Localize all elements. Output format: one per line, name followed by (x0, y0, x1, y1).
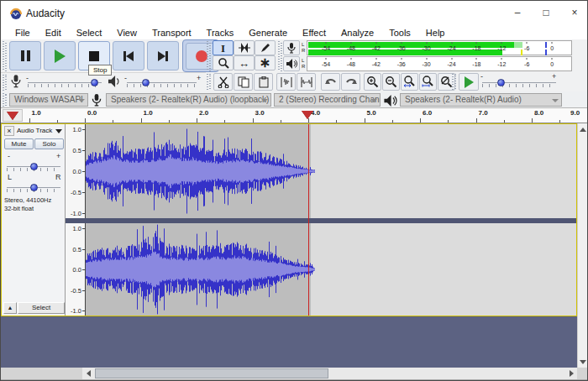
window-title: Audacity (26, 8, 65, 19)
skip-to-start-button[interactable] (113, 41, 144, 70)
menu-tools[interactable]: Tools (381, 27, 418, 39)
device-grabber[interactable] (3, 93, 7, 107)
waveform-channel-right[interactable] (86, 223, 576, 316)
maximize-button[interactable]: □ (532, 1, 560, 24)
record-volume-mic-icon (11, 75, 21, 88)
multi-tool-button[interactable]: ∗ (255, 55, 276, 70)
selection-tool-button[interactable]: I (213, 40, 234, 55)
zoom-in-button[interactable] (364, 73, 381, 91)
play-at-speed-button[interactable] (459, 73, 479, 91)
audio-host-dropdown[interactable]: Windows WASAPI (9, 93, 88, 107)
zoom-out-button[interactable] (382, 73, 400, 91)
menu-help[interactable]: Help (418, 27, 453, 39)
solo-button[interactable]: Solo (34, 138, 64, 149)
timeline-ruler[interactable]: 1.00.01.02.03.04.05.06.07.08.09.0 (1, 108, 587, 123)
ibeam-icon: I (221, 43, 225, 54)
meter-tip (514, 42, 522, 48)
menu-transport[interactable]: Transport (144, 27, 199, 39)
playback-meter-button[interactable] (283, 56, 300, 71)
meter-scale-label: -48 (347, 45, 355, 51)
silence-audio-button[interactable] (297, 73, 316, 91)
slider-thumb[interactable] (30, 184, 38, 191)
undo-icon (324, 77, 338, 87)
collapse-track-button[interactable]: ▲ (3, 302, 17, 314)
trim-audio-button[interactable] (276, 73, 296, 91)
menu-tracks[interactable]: Tracks (199, 27, 242, 39)
speaker-icon (286, 59, 297, 69)
gain-slider[interactable] (7, 159, 60, 172)
draw-tool-button[interactable] (255, 40, 276, 55)
record-meter-button[interactable] (283, 40, 300, 55)
pin-playhead-button[interactable] (3, 109, 23, 122)
tools-grabber[interactable] (207, 41, 211, 71)
undo-button[interactable] (321, 73, 340, 91)
playback-volume-slider[interactable] (127, 75, 197, 91)
ruler-time-label: 0.0 (87, 109, 97, 117)
horizontal-scrollbar[interactable] (82, 368, 577, 379)
playspeed-grabber[interactable] (452, 74, 456, 91)
magnifier-icon (218, 57, 229, 69)
timeshift-tool-button[interactable]: ↔ (234, 55, 255, 70)
channels-value: 2 (Stereo) Recording Chann (279, 95, 381, 104)
envelope-tool-button[interactable] (234, 40, 255, 55)
vruler-tick (82, 290, 85, 291)
paste-button[interactable] (254, 73, 273, 91)
track-bitdepth-info: 32-bit float (4, 205, 34, 212)
chevron-down-icon (261, 99, 268, 102)
menu-file[interactable]: File (8, 27, 38, 39)
pan-slider[interactable] (7, 180, 60, 193)
mute-button[interactable]: Mute (4, 138, 34, 149)
vertical-scrollbar[interactable] (577, 123, 587, 368)
play-button[interactable] (44, 41, 76, 70)
pause-button[interactable] (9, 41, 41, 70)
playback-meter[interactable]: -54-48-42-36-30-24-18-12-60 (307, 56, 572, 71)
waveform-canvas-right[interactable] (86, 223, 576, 316)
ruler-time-label: 1.0 (144, 109, 153, 117)
output-device-speaker-icon (384, 95, 397, 107)
slider-thumb[interactable] (30, 163, 38, 170)
input-device-dropdown[interactable]: Speakers (2- Realtek(R) Audio) (loopback… (106, 93, 271, 107)
scroll-right-button[interactable] (565, 368, 577, 379)
menu-generate[interactable]: Generate (241, 27, 295, 39)
output-device-dropdown[interactable]: Speakers (2- Realtek(R) Audio) (400, 93, 562, 107)
cut-button[interactable] (213, 73, 233, 91)
ruler-minor-tick (336, 120, 337, 123)
meter-scale-tick (501, 42, 502, 44)
channels-dropdown[interactable]: 2 (Stereo) Recording Chann (274, 93, 381, 107)
horizontal-scroll-thumb[interactable] (95, 368, 328, 378)
play-speed-slider[interactable] (482, 75, 556, 91)
waveform-channel-left[interactable] (86, 124, 576, 218)
redo-button[interactable] (341, 73, 360, 91)
close-button[interactable]: × (560, 1, 588, 24)
audacity-window: Audacity – □ × FileEditSelectViewTranspo… (0, 0, 588, 381)
zoom-tool-button[interactable] (213, 55, 234, 70)
meter-scale-label: 0 (550, 45, 554, 51)
menu-edit[interactable]: Edit (38, 27, 69, 39)
track-close-button[interactable]: × (4, 126, 14, 136)
playhead-marker-icon[interactable] (302, 111, 313, 119)
meter-grabber[interactable] (278, 41, 282, 71)
edit-grabber[interactable] (207, 74, 211, 91)
track-select-button[interactable]: Select (18, 302, 65, 314)
skip-to-end-button[interactable] (147, 41, 179, 70)
scroll-left-button[interactable] (82, 368, 94, 379)
fit-project-button[interactable] (419, 73, 437, 91)
slider-thumb[interactable] (142, 79, 150, 86)
record-volume-slider[interactable] (28, 75, 102, 91)
track-menu-chevron-icon[interactable] (55, 129, 62, 133)
track-name-menu[interactable]: Audio Track (17, 127, 52, 134)
slider-thumb[interactable] (91, 79, 98, 86)
menu-view[interactable]: View (109, 27, 144, 39)
recording-meter[interactable]: -54-48-42-36-30-24-18-12-60 (307, 40, 572, 55)
minimize-button[interactable]: – (503, 1, 532, 24)
fit-selection-button[interactable] (401, 73, 418, 91)
copy-button[interactable] (234, 73, 253, 91)
scroll-down-button[interactable] (578, 356, 588, 368)
scroll-up-button[interactable] (578, 123, 588, 135)
waveform-canvas-left[interactable] (86, 124, 576, 218)
menu-select[interactable]: Select (69, 27, 110, 39)
transport-grabber[interactable] (3, 41, 7, 71)
mixer-grabber[interactable] (3, 75, 7, 91)
menu-effect[interactable]: Effect (295, 27, 333, 39)
menu-analyze[interactable]: Analyze (333, 27, 381, 39)
